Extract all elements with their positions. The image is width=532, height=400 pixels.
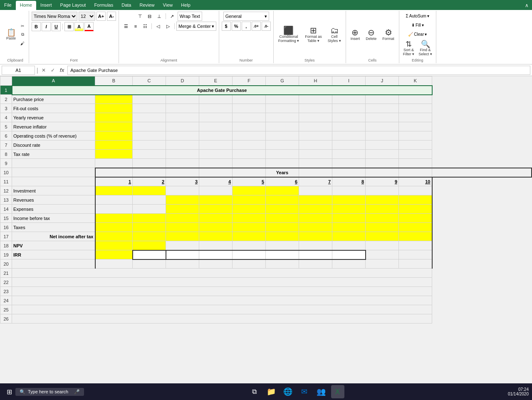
cell-F15[interactable] <box>233 214 266 223</box>
cell-B9[interactable] <box>95 159 133 168</box>
taskbar-file-explorer[interactable]: 📁 <box>265 385 278 398</box>
wrap-text-button[interactable]: Wrap Text <box>178 12 202 21</box>
formula-input[interactable] <box>67 66 530 75</box>
comma-button[interactable]: , <box>242 22 251 31</box>
cell-G16[interactable] <box>266 223 299 232</box>
cell-K6[interactable] <box>399 131 432 141</box>
cell-I6[interactable] <box>332 131 366 141</box>
cell-C10[interactable] <box>133 168 166 177</box>
col-header-C[interactable]: C <box>133 77 166 86</box>
cell-E19[interactable] <box>199 250 233 259</box>
cell-E14[interactable] <box>199 205 233 214</box>
cell-E18[interactable] <box>199 241 233 250</box>
cell-B6[interactable] <box>95 131 133 141</box>
cell-B11[interactable]: 1 <box>95 177 133 186</box>
cell-G15[interactable] <box>266 214 299 223</box>
cell-D7[interactable] <box>166 141 199 150</box>
align-center-button[interactable]: ≡ <box>131 22 140 31</box>
cell-row26[interactable] <box>12 314 432 323</box>
cell-I4[interactable] <box>332 113 366 122</box>
cell-K12[interactable] <box>399 186 432 195</box>
cell-H19[interactable] <box>299 250 332 259</box>
col-header-F[interactable]: F <box>233 77 266 86</box>
cell-H3[interactable] <box>299 104 332 113</box>
tab-data[interactable]: Data <box>117 1 135 10</box>
cell-D14[interactable] <box>166 205 199 214</box>
cell-I16[interactable] <box>332 223 366 232</box>
cell-F9[interactable] <box>233 159 266 168</box>
taskbar-edge[interactable]: 🌐 <box>281 385 294 398</box>
tab-insert[interactable]: Insert <box>36 1 56 10</box>
cell-K11[interactable]: 10 <box>399 177 432 186</box>
cell-B20[interactable] <box>95 259 133 269</box>
cell-G5[interactable] <box>266 122 299 131</box>
cell-H4[interactable] <box>299 113 332 122</box>
cell-E9[interactable] <box>199 159 233 168</box>
cell-A4[interactable]: Yearly revenue <box>12 113 95 122</box>
cell-E2[interactable] <box>199 95 233 104</box>
cell-B3[interactable] <box>95 104 133 113</box>
cell-B8[interactable] <box>95 150 133 159</box>
cell-I9[interactable] <box>332 159 366 168</box>
cell-K7[interactable] <box>399 141 432 150</box>
cell-A15[interactable]: Income before tax <box>12 214 95 223</box>
indent-increase-button[interactable]: ▷ <box>163 22 173 31</box>
cell-G4[interactable] <box>266 113 299 122</box>
cell-I15[interactable] <box>332 214 366 223</box>
cell-B16[interactable] <box>95 223 133 232</box>
cell-C7[interactable] <box>133 141 166 150</box>
cell-F20[interactable] <box>233 259 266 269</box>
cell-J8[interactable] <box>366 150 399 159</box>
cell-K8[interactable] <box>399 150 432 159</box>
cell-G6[interactable] <box>266 131 299 141</box>
cell-F14[interactable] <box>233 205 266 214</box>
cell-A6[interactable]: Operating costs (% of revenue) <box>12 131 95 141</box>
cell-row23[interactable] <box>12 287 432 296</box>
cell-E7[interactable] <box>199 141 233 150</box>
cell-H6[interactable] <box>299 131 332 141</box>
align-bottom-button[interactable]: ⊥ <box>155 12 164 21</box>
cell-A10[interactable] <box>12 168 95 177</box>
cell-K19[interactable] <box>399 250 432 259</box>
cell-B19[interactable] <box>95 250 133 259</box>
cell-A8[interactable]: Tax rate <box>12 150 95 159</box>
cell-C11[interactable]: 2 <box>133 177 166 186</box>
cell-J16[interactable] <box>366 223 399 232</box>
cell-J14[interactable] <box>366 205 399 214</box>
indent-decrease-button[interactable]: ◁ <box>153 22 163 31</box>
cell-J17[interactable] <box>366 232 399 241</box>
cell-K18[interactable] <box>399 241 432 250</box>
cell-G14[interactable] <box>266 205 299 214</box>
cell-H10[interactable] <box>299 168 332 177</box>
col-header-D[interactable]: D <box>166 77 199 86</box>
cell-B14[interactable] <box>95 205 133 214</box>
cell-row25[interactable] <box>12 305 432 314</box>
cell-G10-years[interactable]: Years <box>266 168 299 177</box>
cell-B7[interactable] <box>95 141 133 150</box>
cell-I17[interactable] <box>332 232 366 241</box>
cell-B13[interactable] <box>95 195 133 205</box>
cell-H9[interactable] <box>299 159 332 168</box>
cell-H16[interactable] <box>299 223 332 232</box>
cell-A1[interactable]: Apache Gate Purchase <box>12 86 432 95</box>
cell-G20[interactable] <box>266 259 299 269</box>
tab-page-layout[interactable]: Page Layout <box>56 1 90 10</box>
cell-E17[interactable] <box>199 232 233 241</box>
orientation-button[interactable]: ↗ <box>168 12 177 21</box>
fill-color-button[interactable]: A <box>74 22 84 31</box>
cell-B2[interactable] <box>95 95 133 104</box>
cell-K15[interactable] <box>399 214 432 223</box>
cell-reference-input[interactable] <box>2 66 35 75</box>
format-button[interactable]: ⚙ Format <box>380 25 396 44</box>
cell-A20[interactable] <box>12 259 95 269</box>
cell-H5[interactable] <box>299 122 332 131</box>
cell-H15[interactable] <box>299 214 332 223</box>
cell-C6[interactable] <box>133 131 166 141</box>
insert-button[interactable]: ⊕ Insert <box>349 25 362 44</box>
cell-E6[interactable] <box>199 131 233 141</box>
cell-H14[interactable] <box>299 205 332 214</box>
cell-E10[interactable] <box>199 168 233 177</box>
cell-G8[interactable] <box>266 150 299 159</box>
confirm-formula-icon[interactable]: ✓ <box>49 67 57 74</box>
cell-C8[interactable] <box>133 150 166 159</box>
